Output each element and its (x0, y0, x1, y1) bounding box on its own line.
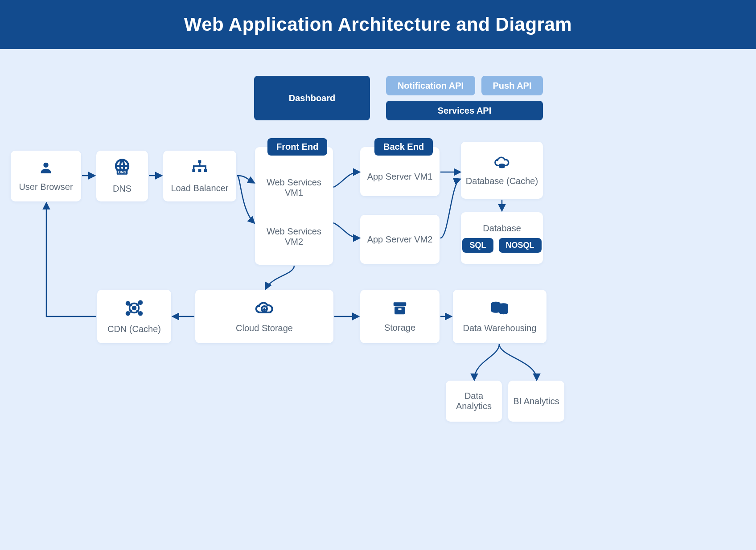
svg-rect-4 (198, 160, 201, 163)
database-cloud-icon (493, 154, 511, 172)
front-end-label: Front End (267, 138, 327, 156)
cloud-download-icon (254, 300, 275, 319)
globe-dns-icon: DNS (113, 158, 131, 179)
storage-label: Storage (384, 323, 415, 333)
services-api-label: Services API (438, 106, 491, 116)
storage-node: Storage (360, 290, 440, 343)
database-label: Database (483, 223, 521, 234)
cdn-node: CDN (Cache) (97, 290, 171, 343)
load-balancer-icon (191, 159, 209, 179)
user-browser-node: User Browser (11, 151, 81, 201)
notification-api-label: Notification API (398, 81, 464, 91)
svg-point-10 (133, 307, 136, 310)
svg-point-13 (139, 312, 142, 315)
user-icon (38, 160, 53, 177)
sql-chip: SQL (462, 238, 493, 253)
page-title: Web Application Architecture and Diagram (184, 14, 572, 35)
svg-text:DNS: DNS (118, 170, 127, 174)
web-services-vm1-label: Web Services VM1 (259, 168, 329, 207)
app-server-vm1-label: App Server VM1 (367, 172, 433, 182)
bi-analytics-label: BI Analytics (513, 396, 559, 406)
dns-label: DNS (113, 184, 131, 194)
svg-rect-18 (398, 308, 402, 310)
svg-point-12 (139, 301, 142, 304)
svg-rect-16 (394, 302, 407, 306)
services-api-block: Services API (386, 101, 543, 120)
svg-rect-6 (198, 169, 201, 172)
svg-rect-5 (192, 169, 195, 172)
web-services-vm2-label: Web Services VM2 (259, 218, 329, 256)
push-api-label: Push API (493, 81, 531, 91)
svg-rect-17 (394, 307, 405, 314)
cloud-storage-node: Cloud Storage (195, 290, 333, 343)
page-header: Web Application Architecture and Diagram (0, 0, 756, 49)
data-analytics-label: Data Analytics (449, 391, 498, 411)
app-server-vm2-label: App Server VM2 (367, 234, 433, 245)
svg-rect-7 (204, 169, 207, 172)
front-end-node: Web Services VM1 Web Services VM2 (255, 147, 333, 265)
load-balancer-label: Load Balancer (171, 183, 229, 193)
svg-point-11 (127, 302, 130, 305)
svg-point-0 (43, 163, 48, 168)
notification-api-block: Notification API (386, 76, 475, 95)
dashboard-label: Dashboard (289, 93, 335, 103)
bi-analytics-node: BI Analytics (508, 381, 564, 422)
diagram-canvas: Dashboard Notification API Push API Serv… (0, 49, 756, 550)
back-end-label: Back End (374, 138, 433, 156)
app-server-vm2-node: App Server VM2 (360, 215, 440, 264)
archive-icon (391, 300, 408, 318)
database-stack-icon (489, 300, 510, 319)
database-node: Database SQL NOSQL (461, 212, 543, 264)
user-browser-label: User Browser (19, 182, 73, 192)
push-api-block: Push API (481, 76, 543, 95)
cdn-label: CDN (Cache) (107, 324, 161, 334)
nosql-chip: NOSQL (499, 238, 542, 253)
cdn-icon (125, 299, 144, 320)
svg-point-14 (127, 312, 130, 315)
database-cache-node: Database (Cache) (461, 142, 543, 199)
load-balancer-node: Load Balancer (163, 151, 236, 201)
database-cache-label: Database (Cache) (466, 176, 538, 186)
dns-node: DNS DNS (96, 151, 148, 201)
data-analytics-node: Data Analytics (446, 381, 502, 422)
cloud-storage-label: Cloud Storage (236, 323, 293, 333)
data-warehousing-label: Data Warehousing (463, 323, 537, 333)
data-warehousing-node: Data Warehousing (453, 290, 546, 343)
dashboard-block: Dashboard (254, 76, 370, 120)
